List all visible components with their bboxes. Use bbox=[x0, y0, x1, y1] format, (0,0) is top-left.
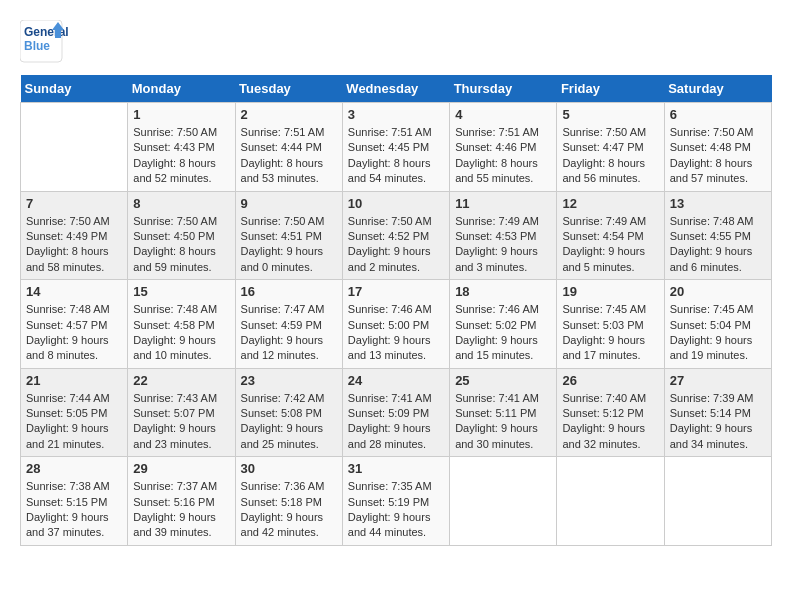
day-info: Sunrise: 7:50 AMSunset: 4:49 PMDaylight:… bbox=[26, 214, 122, 276]
day-info: Sunrise: 7:46 AMSunset: 5:00 PMDaylight:… bbox=[348, 302, 444, 364]
calendar-cell: 14Sunrise: 7:48 AMSunset: 4:57 PMDayligh… bbox=[21, 280, 128, 369]
day-number: 7 bbox=[26, 196, 122, 211]
day-number: 19 bbox=[562, 284, 658, 299]
calendar-cell: 3Sunrise: 7:51 AMSunset: 4:45 PMDaylight… bbox=[342, 103, 449, 192]
day-info: Sunrise: 7:36 AMSunset: 5:18 PMDaylight:… bbox=[241, 479, 337, 541]
header-sunday: Sunday bbox=[21, 75, 128, 103]
day-info: Sunrise: 7:46 AMSunset: 5:02 PMDaylight:… bbox=[455, 302, 551, 364]
calendar-cell: 15Sunrise: 7:48 AMSunset: 4:58 PMDayligh… bbox=[128, 280, 235, 369]
calendar-week-row: 21Sunrise: 7:44 AMSunset: 5:05 PMDayligh… bbox=[21, 368, 772, 457]
calendar-header-row: SundayMondayTuesdayWednesdayThursdayFrid… bbox=[21, 75, 772, 103]
calendar-cell: 28Sunrise: 7:38 AMSunset: 5:15 PMDayligh… bbox=[21, 457, 128, 546]
day-info: Sunrise: 7:48 AMSunset: 4:55 PMDaylight:… bbox=[670, 214, 766, 276]
calendar-cell: 22Sunrise: 7:43 AMSunset: 5:07 PMDayligh… bbox=[128, 368, 235, 457]
day-number: 27 bbox=[670, 373, 766, 388]
header-thursday: Thursday bbox=[450, 75, 557, 103]
day-number: 12 bbox=[562, 196, 658, 211]
calendar-week-row: 1Sunrise: 7:50 AMSunset: 4:43 PMDaylight… bbox=[21, 103, 772, 192]
day-info: Sunrise: 7:41 AMSunset: 5:09 PMDaylight:… bbox=[348, 391, 444, 453]
header-friday: Friday bbox=[557, 75, 664, 103]
calendar-cell: 2Sunrise: 7:51 AMSunset: 4:44 PMDaylight… bbox=[235, 103, 342, 192]
day-info: Sunrise: 7:38 AMSunset: 5:15 PMDaylight:… bbox=[26, 479, 122, 541]
day-number: 15 bbox=[133, 284, 229, 299]
calendar-cell: 4Sunrise: 7:51 AMSunset: 4:46 PMDaylight… bbox=[450, 103, 557, 192]
day-info: Sunrise: 7:35 AMSunset: 5:19 PMDaylight:… bbox=[348, 479, 444, 541]
calendar-cell: 31Sunrise: 7:35 AMSunset: 5:19 PMDayligh… bbox=[342, 457, 449, 546]
calendar-cell: 5Sunrise: 7:50 AMSunset: 4:47 PMDaylight… bbox=[557, 103, 664, 192]
day-number: 25 bbox=[455, 373, 551, 388]
header-tuesday: Tuesday bbox=[235, 75, 342, 103]
day-number: 29 bbox=[133, 461, 229, 476]
day-info: Sunrise: 7:45 AMSunset: 5:04 PMDaylight:… bbox=[670, 302, 766, 364]
page-header: General Blue bbox=[20, 20, 772, 65]
day-number: 6 bbox=[670, 107, 766, 122]
day-info: Sunrise: 7:49 AMSunset: 4:53 PMDaylight:… bbox=[455, 214, 551, 276]
header-saturday: Saturday bbox=[664, 75, 771, 103]
calendar-week-row: 28Sunrise: 7:38 AMSunset: 5:15 PMDayligh… bbox=[21, 457, 772, 546]
calendar-week-row: 14Sunrise: 7:48 AMSunset: 4:57 PMDayligh… bbox=[21, 280, 772, 369]
day-info: Sunrise: 7:47 AMSunset: 4:59 PMDaylight:… bbox=[241, 302, 337, 364]
day-number: 31 bbox=[348, 461, 444, 476]
day-number: 8 bbox=[133, 196, 229, 211]
day-info: Sunrise: 7:39 AMSunset: 5:14 PMDaylight:… bbox=[670, 391, 766, 453]
svg-text:General: General bbox=[24, 25, 69, 39]
day-number: 28 bbox=[26, 461, 122, 476]
calendar-cell bbox=[450, 457, 557, 546]
calendar-cell: 7Sunrise: 7:50 AMSunset: 4:49 PMDaylight… bbox=[21, 191, 128, 280]
day-info: Sunrise: 7:51 AMSunset: 4:44 PMDaylight:… bbox=[241, 125, 337, 187]
day-number: 1 bbox=[133, 107, 229, 122]
day-number: 22 bbox=[133, 373, 229, 388]
day-number: 9 bbox=[241, 196, 337, 211]
day-number: 5 bbox=[562, 107, 658, 122]
calendar-cell: 19Sunrise: 7:45 AMSunset: 5:03 PMDayligh… bbox=[557, 280, 664, 369]
day-info: Sunrise: 7:51 AMSunset: 4:45 PMDaylight:… bbox=[348, 125, 444, 187]
calendar-cell: 18Sunrise: 7:46 AMSunset: 5:02 PMDayligh… bbox=[450, 280, 557, 369]
day-number: 21 bbox=[26, 373, 122, 388]
calendar-cell: 26Sunrise: 7:40 AMSunset: 5:12 PMDayligh… bbox=[557, 368, 664, 457]
day-info: Sunrise: 7:50 AMSunset: 4:52 PMDaylight:… bbox=[348, 214, 444, 276]
day-number: 18 bbox=[455, 284, 551, 299]
calendar-cell bbox=[664, 457, 771, 546]
day-number: 14 bbox=[26, 284, 122, 299]
header-wednesday: Wednesday bbox=[342, 75, 449, 103]
day-number: 20 bbox=[670, 284, 766, 299]
day-info: Sunrise: 7:42 AMSunset: 5:08 PMDaylight:… bbox=[241, 391, 337, 453]
calendar-cell: 16Sunrise: 7:47 AMSunset: 4:59 PMDayligh… bbox=[235, 280, 342, 369]
day-info: Sunrise: 7:37 AMSunset: 5:16 PMDaylight:… bbox=[133, 479, 229, 541]
day-number: 16 bbox=[241, 284, 337, 299]
day-info: Sunrise: 7:49 AMSunset: 4:54 PMDaylight:… bbox=[562, 214, 658, 276]
day-number: 23 bbox=[241, 373, 337, 388]
day-info: Sunrise: 7:40 AMSunset: 5:12 PMDaylight:… bbox=[562, 391, 658, 453]
calendar-cell: 10Sunrise: 7:50 AMSunset: 4:52 PMDayligh… bbox=[342, 191, 449, 280]
svg-text:Blue: Blue bbox=[24, 39, 50, 53]
calendar-cell bbox=[21, 103, 128, 192]
day-number: 24 bbox=[348, 373, 444, 388]
day-info: Sunrise: 7:45 AMSunset: 5:03 PMDaylight:… bbox=[562, 302, 658, 364]
calendar-cell: 30Sunrise: 7:36 AMSunset: 5:18 PMDayligh… bbox=[235, 457, 342, 546]
logo: General Blue bbox=[20, 20, 90, 65]
calendar-cell: 20Sunrise: 7:45 AMSunset: 5:04 PMDayligh… bbox=[664, 280, 771, 369]
day-number: 10 bbox=[348, 196, 444, 211]
day-info: Sunrise: 7:50 AMSunset: 4:50 PMDaylight:… bbox=[133, 214, 229, 276]
day-info: Sunrise: 7:51 AMSunset: 4:46 PMDaylight:… bbox=[455, 125, 551, 187]
calendar-cell: 21Sunrise: 7:44 AMSunset: 5:05 PMDayligh… bbox=[21, 368, 128, 457]
calendar-cell: 11Sunrise: 7:49 AMSunset: 4:53 PMDayligh… bbox=[450, 191, 557, 280]
calendar-week-row: 7Sunrise: 7:50 AMSunset: 4:49 PMDaylight… bbox=[21, 191, 772, 280]
calendar-cell: 13Sunrise: 7:48 AMSunset: 4:55 PMDayligh… bbox=[664, 191, 771, 280]
logo-svg: General Blue bbox=[20, 20, 90, 65]
day-info: Sunrise: 7:50 AMSunset: 4:51 PMDaylight:… bbox=[241, 214, 337, 276]
calendar-cell: 9Sunrise: 7:50 AMSunset: 4:51 PMDaylight… bbox=[235, 191, 342, 280]
calendar-cell: 27Sunrise: 7:39 AMSunset: 5:14 PMDayligh… bbox=[664, 368, 771, 457]
calendar-table: SundayMondayTuesdayWednesdayThursdayFrid… bbox=[20, 75, 772, 546]
calendar-cell: 23Sunrise: 7:42 AMSunset: 5:08 PMDayligh… bbox=[235, 368, 342, 457]
day-info: Sunrise: 7:48 AMSunset: 4:57 PMDaylight:… bbox=[26, 302, 122, 364]
calendar-cell: 24Sunrise: 7:41 AMSunset: 5:09 PMDayligh… bbox=[342, 368, 449, 457]
day-info: Sunrise: 7:44 AMSunset: 5:05 PMDaylight:… bbox=[26, 391, 122, 453]
day-number: 11 bbox=[455, 196, 551, 211]
calendar-cell: 6Sunrise: 7:50 AMSunset: 4:48 PMDaylight… bbox=[664, 103, 771, 192]
calendar-cell: 8Sunrise: 7:50 AMSunset: 4:50 PMDaylight… bbox=[128, 191, 235, 280]
day-info: Sunrise: 7:50 AMSunset: 4:47 PMDaylight:… bbox=[562, 125, 658, 187]
calendar-cell: 29Sunrise: 7:37 AMSunset: 5:16 PMDayligh… bbox=[128, 457, 235, 546]
calendar-cell: 1Sunrise: 7:50 AMSunset: 4:43 PMDaylight… bbox=[128, 103, 235, 192]
day-info: Sunrise: 7:50 AMSunset: 4:43 PMDaylight:… bbox=[133, 125, 229, 187]
